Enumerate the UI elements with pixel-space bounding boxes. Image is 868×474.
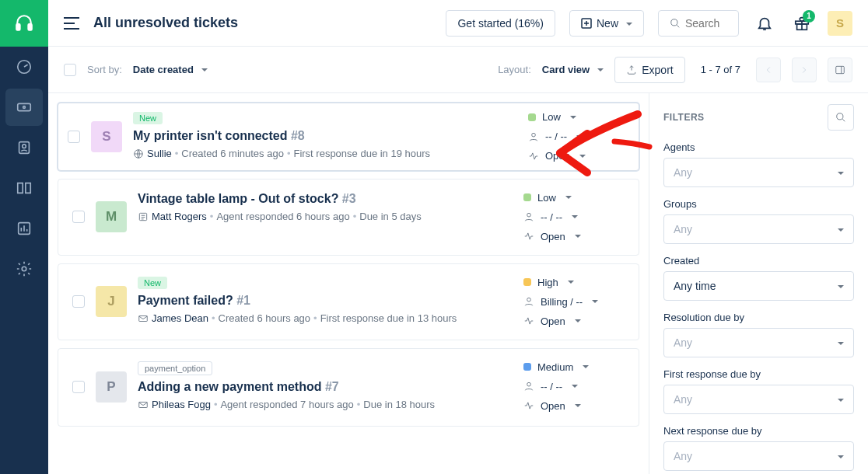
source-icon — [133, 148, 144, 159]
left-nav-rail — [0, 0, 48, 474]
select-all-checkbox[interactable] — [64, 64, 76, 76]
filter-label: Agents — [663, 141, 854, 153]
contact-avatar: S — [91, 121, 122, 152]
priority-dropdown[interactable]: Low — [528, 111, 629, 123]
svg-point-21 — [527, 383, 531, 387]
user-avatar[interactable]: S — [828, 11, 852, 36]
filter-select[interactable]: Any — [663, 158, 854, 187]
next-page-button[interactable] — [792, 58, 817, 82]
filter-select[interactable]: Any time — [663, 271, 854, 301]
ticket-author[interactable]: James Dean — [152, 311, 208, 327]
sidebar-toggle-icon[interactable] — [828, 58, 852, 82]
filters-heading: FILTERS — [663, 112, 705, 123]
app-logo[interactable] — [0, 0, 48, 47]
ticket-title[interactable]: Payment failed? #1 — [138, 294, 513, 308]
pagination-range: 1 - 7 of 7 — [701, 64, 740, 75]
ticket-meta: Agent responded 6 hours ago — [216, 209, 349, 225]
ticket-title[interactable]: My printer isn't connected #8 — [133, 129, 517, 143]
ticket-due: First response due in 13 hours — [320, 311, 457, 327]
filter-label: First response due by — [663, 368, 854, 380]
filter-search-icon[interactable] — [828, 104, 854, 131]
get-started-button[interactable]: Get started (16%) — [446, 10, 555, 37]
ticket-badge: New — [138, 277, 167, 289]
status-dropdown[interactable]: Open — [528, 150, 629, 162]
nav-dashboard-icon[interactable] — [5, 48, 43, 85]
status-dropdown[interactable]: Open — [523, 400, 625, 412]
new-button[interactable]: New — [569, 10, 644, 37]
ticket-meta: Created 6 hours ago — [219, 311, 311, 327]
contact-avatar: J — [96, 286, 127, 317]
source-icon — [138, 313, 149, 324]
nav-tickets-icon[interactable] — [5, 89, 43, 126]
notifications-icon[interactable] — [753, 15, 776, 32]
filter-label: Next response due by — [663, 425, 854, 437]
search-button[interactable] — [658, 10, 739, 37]
group-agent-dropdown[interactable]: Billing / -- — [523, 296, 625, 308]
ticket-author[interactable]: Sullie — [147, 146, 172, 162]
filter-label: Groups — [663, 198, 854, 210]
ticket-card[interactable]: P payment_option Adding a new payment me… — [58, 348, 639, 427]
filter-label: Created — [663, 255, 854, 267]
sort-label: Sort by: — [87, 64, 122, 75]
svg-point-15 — [532, 133, 536, 137]
ticket-card[interactable]: S New My printer isn't connected #8 Sull… — [58, 103, 639, 171]
ticket-card[interactable]: J New Payment failed? #1 James Dean •Cre… — [58, 263, 639, 340]
svg-rect-18 — [139, 316, 148, 322]
prev-page-button[interactable] — [756, 58, 781, 82]
filter-select[interactable]: Any — [663, 214, 854, 244]
group-agent-dropdown[interactable]: -- / -- — [523, 211, 625, 223]
gift-icon[interactable]: 1 — [790, 15, 814, 32]
status-dropdown[interactable]: Open — [523, 315, 625, 327]
svg-rect-0 — [16, 24, 19, 30]
gift-badge: 1 — [803, 10, 815, 23]
list-toolbar: Sort by: Date created Layout: Card view … — [48, 47, 868, 93]
sort-dropdown[interactable]: Date created — [133, 64, 208, 75]
ticket-checkbox[interactable] — [72, 211, 85, 223]
svg-point-10 — [671, 19, 677, 25]
status-dropdown[interactable]: Open — [523, 231, 625, 242]
search-input[interactable] — [685, 17, 727, 30]
layout-dropdown[interactable]: Card view — [542, 64, 604, 75]
ticket-author[interactable]: Phileas Fogg — [152, 397, 211, 413]
svg-point-17 — [527, 214, 531, 218]
export-button[interactable]: Export — [614, 57, 684, 83]
priority-dropdown[interactable]: Medium — [523, 361, 625, 373]
svg-rect-3 — [18, 103, 31, 110]
nav-settings-icon[interactable] — [5, 250, 43, 288]
ticket-due: Due in 5 days — [359, 209, 422, 225]
ticket-card[interactable]: M Vintage table lamp - Out of stock? #3 … — [58, 179, 639, 256]
page-title: All unresolved tickets — [93, 15, 432, 31]
filter-select[interactable]: Any — [663, 385, 854, 414]
group-agent-dropdown[interactable]: -- / -- — [528, 131, 629, 142]
svg-rect-20 — [139, 403, 148, 408]
filter-select[interactable]: Any — [663, 441, 854, 471]
ticket-due: First response due in 19 hours — [293, 146, 430, 162]
ticket-badge: New — [133, 112, 163, 124]
ticket-badge: payment_option — [138, 361, 212, 375]
svg-point-4 — [23, 106, 26, 109]
ticket-meta: Created 6 minutes ago — [181, 146, 284, 162]
hamburger-icon[interactable] — [64, 17, 79, 30]
source-icon — [138, 211, 149, 222]
group-agent-dropdown[interactable]: -- / -- — [523, 381, 625, 392]
ticket-checkbox[interactable] — [68, 131, 80, 143]
ticket-checkbox[interactable] — [72, 381, 85, 393]
ticket-author[interactable]: Matt Rogers — [152, 209, 207, 225]
nav-solutions-icon[interactable] — [5, 169, 43, 207]
ticket-title[interactable]: Vintage table lamp - Out of stock? #3 — [138, 192, 513, 206]
layout-label: Layout: — [498, 64, 531, 75]
svg-rect-1 — [28, 24, 31, 30]
nav-reports-icon[interactable] — [5, 210, 43, 247]
ticket-title[interactable]: Adding a new payment method #7 — [138, 380, 513, 394]
contact-avatar: P — [96, 371, 127, 403]
svg-rect-13 — [836, 66, 845, 73]
filter-select[interactable]: Any — [663, 328, 854, 357]
ticket-checkbox[interactable] — [72, 295, 85, 308]
svg-point-22 — [837, 113, 843, 120]
priority-dropdown[interactable]: High — [523, 277, 625, 288]
nav-contacts-icon[interactable] — [5, 129, 43, 166]
contact-avatar: M — [96, 201, 127, 232]
priority-dropdown[interactable]: Low — [523, 192, 625, 204]
svg-point-19 — [527, 298, 531, 302]
filters-panel: FILTERS Agents Any Groups Any Created An… — [649, 93, 868, 474]
